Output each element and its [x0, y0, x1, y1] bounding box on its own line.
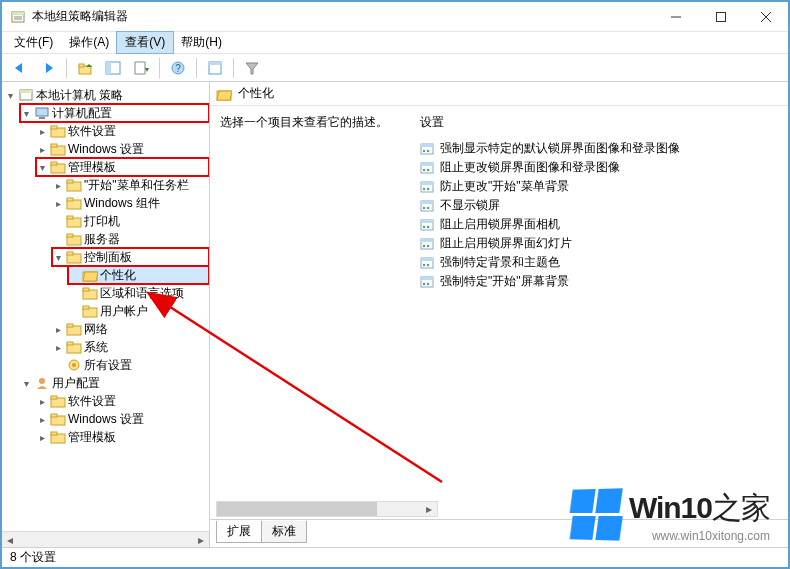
- toolbar-separator: [159, 58, 160, 78]
- tab-standard[interactable]: 标准: [261, 521, 307, 543]
- tree-server[interactable]: ▸服务器: [52, 230, 209, 248]
- scroll-left-icon[interactable]: ◂: [2, 532, 18, 547]
- policy-setting-icon: [420, 142, 434, 156]
- policy-icon: [18, 87, 34, 103]
- setting-item[interactable]: 防止更改"开始"菜单背景: [420, 177, 778, 196]
- back-button[interactable]: [8, 57, 32, 79]
- tree-region-language[interactable]: ▸区域和语言选项: [68, 284, 209, 302]
- tree-computer-config[interactable]: ▾ 计算机配置: [20, 104, 209, 122]
- policy-setting-icon: [420, 199, 434, 213]
- svg-point-65: [423, 149, 425, 151]
- tree-u-software-settings[interactable]: ▸软件设置: [36, 392, 209, 410]
- folder-icon: [50, 411, 66, 427]
- tree-windows-settings[interactable]: ▸Windows 设置: [36, 140, 209, 158]
- window-controls: [653, 2, 788, 31]
- chevron-down-icon[interactable]: ▾: [52, 252, 64, 263]
- setting-item[interactable]: 不显示锁屏: [420, 196, 778, 215]
- tree-personalization[interactable]: ▸个性化: [68, 266, 209, 284]
- tree-windows-components[interactable]: ▸Windows 组件: [52, 194, 209, 212]
- menu-action[interactable]: 操作(A): [61, 32, 117, 53]
- forward-button[interactable]: [36, 57, 60, 79]
- tree-label: 区域和语言选项: [100, 285, 184, 302]
- maximize-button[interactable]: [698, 2, 743, 31]
- tree-u-windows-settings[interactable]: ▸Windows 设置: [36, 410, 209, 428]
- minimize-button[interactable]: [653, 2, 698, 31]
- tree-control-panel[interactable]: ▾控制面板: [52, 248, 209, 266]
- scroll-right-icon[interactable]: ▸: [193, 532, 209, 547]
- svg-rect-45: [83, 288, 89, 291]
- tree-hscrollbar[interactable]: ◂ ▸: [2, 531, 209, 547]
- content-hscrollbar[interactable]: ◂ ▸: [216, 501, 438, 517]
- svg-rect-24: [36, 108, 48, 116]
- setting-item[interactable]: 强制特定背景和主题色: [420, 253, 778, 272]
- properties-button[interactable]: [203, 57, 227, 79]
- tree-system[interactable]: ▸系统: [52, 338, 209, 356]
- svg-point-78: [427, 206, 429, 208]
- help-button[interactable]: ?: [166, 57, 190, 79]
- menu-help[interactable]: 帮助(H): [173, 32, 230, 53]
- tree-root[interactable]: ▾ 本地计算机 策略: [4, 86, 209, 104]
- tree-label: 所有设置: [84, 357, 132, 374]
- chevron-right-icon[interactable]: ▸: [52, 198, 64, 209]
- tree-admin-templates[interactable]: ▾管理模板: [36, 158, 209, 176]
- close-button[interactable]: [743, 2, 788, 31]
- menu-view[interactable]: 查看(V): [117, 32, 173, 53]
- content-body: 选择一个项目来查看它的描述。 设置 强制显示特定的默认锁屏界面图像和登录图像阻止…: [210, 106, 788, 519]
- tab-extended[interactable]: 扩展: [216, 521, 262, 543]
- folder-icon: [50, 393, 66, 409]
- settings-icon: [66, 357, 82, 373]
- svg-rect-51: [67, 342, 73, 345]
- setting-item[interactable]: 阻止启用锁屏界面幻灯片: [420, 234, 778, 253]
- setting-item[interactable]: 强制显示特定的默认锁屏界面图像和登录图像: [420, 139, 778, 158]
- chevron-right-icon[interactable]: ▸: [52, 180, 64, 191]
- tree-label: 服务器: [84, 231, 120, 248]
- chevron-down-icon[interactable]: ▾: [20, 378, 32, 389]
- chevron-right-icon[interactable]: ▸: [52, 324, 64, 335]
- folder-icon: [66, 249, 82, 265]
- user-icon: [34, 375, 50, 391]
- chevron-right-icon[interactable]: ▸: [36, 144, 48, 155]
- tree-user-config[interactable]: ▾用户配置: [20, 374, 209, 392]
- menu-file[interactable]: 文件(F): [6, 32, 61, 53]
- svg-text:?: ?: [175, 63, 181, 74]
- chevron-right-icon[interactable]: ▸: [36, 396, 48, 407]
- scroll-right-icon[interactable]: ▸: [421, 502, 437, 516]
- tree-software-settings[interactable]: ▸软件设置: [36, 122, 209, 140]
- tree-user-accounts[interactable]: ▸用户帐户: [68, 302, 209, 320]
- setting-label: 阻止启用锁屏界面幻灯片: [440, 235, 572, 252]
- setting-label: 阻止启用锁屏界面相机: [440, 216, 560, 233]
- up-level-button[interactable]: [73, 57, 97, 79]
- scroll-thumb[interactable]: [217, 502, 377, 516]
- chevron-right-icon[interactable]: ▸: [52, 342, 64, 353]
- tree-start-menu[interactable]: ▸"开始"菜单和任务栏: [52, 176, 209, 194]
- policy-setting-icon: [420, 237, 434, 251]
- tree-printers[interactable]: ▸打印机: [52, 212, 209, 230]
- chevron-down-icon[interactable]: ▾: [20, 108, 32, 119]
- settings-header[interactable]: 设置: [420, 114, 778, 131]
- chevron-right-icon[interactable]: ▸: [36, 432, 48, 443]
- toolbar-separator: [66, 58, 67, 78]
- setting-item[interactable]: 阻止启用锁屏界面相机: [420, 215, 778, 234]
- filter-button[interactable]: [240, 57, 264, 79]
- export-list-button[interactable]: [129, 57, 153, 79]
- tree-label: "开始"菜单和任务栏: [84, 177, 189, 194]
- svg-rect-39: [67, 234, 73, 237]
- svg-rect-88: [421, 258, 433, 261]
- setting-item[interactable]: 强制特定"开始"屏幕背景: [420, 272, 778, 291]
- settings-column: 设置 强制显示特定的默认锁屏界面图像和登录图像阻止更改锁屏界面图像和登录图像防止…: [420, 114, 778, 511]
- chevron-down-icon[interactable]: ▾: [4, 90, 16, 101]
- svg-rect-47: [83, 306, 89, 309]
- description-column: 选择一个项目来查看它的描述。: [220, 114, 420, 511]
- tree-network[interactable]: ▸网络: [52, 320, 209, 338]
- svg-point-73: [423, 187, 425, 189]
- tree-all-settings[interactable]: ▸所有设置: [52, 356, 209, 374]
- show-hide-tree-button[interactable]: [101, 57, 125, 79]
- tree-u-admin-templates[interactable]: ▸管理模板: [36, 428, 209, 446]
- setting-label: 防止更改"开始"菜单背景: [440, 178, 569, 195]
- policy-tree[interactable]: ▾ 本地计算机 策略 ▾ 计算机配置 ▸软件设置 ▸Windows 设置: [4, 86, 209, 446]
- chevron-right-icon[interactable]: ▸: [36, 414, 48, 425]
- chevron-down-icon[interactable]: ▾: [36, 162, 48, 173]
- svg-point-74: [427, 187, 429, 189]
- chevron-right-icon[interactable]: ▸: [36, 126, 48, 137]
- setting-item[interactable]: 阻止更改锁屏界面图像和登录图像: [420, 158, 778, 177]
